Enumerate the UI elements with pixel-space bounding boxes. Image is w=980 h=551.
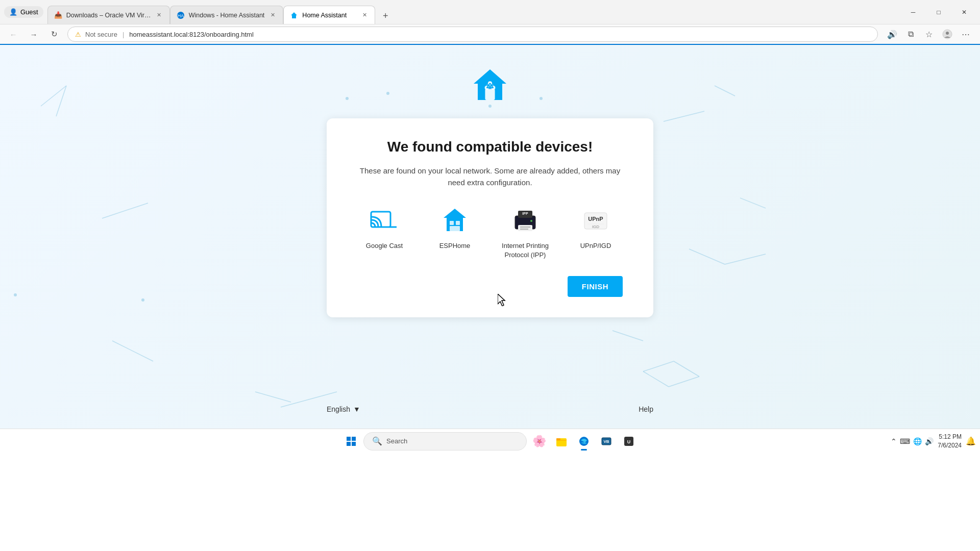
svg-text:IGD: IGD: [592, 224, 599, 229]
tab-downloads-title: Downloads – Oracle VM VirtualB...: [66, 12, 151, 19]
ha-logo: [470, 65, 510, 106]
search-icon: 🔍: [372, 436, 382, 446]
svg-point-22: [141, 298, 144, 302]
svg-line-27: [669, 377, 699, 387]
taskbar-edge[interactable]: [574, 431, 594, 452]
language-label: English: [327, 405, 350, 413]
help-link[interactable]: Help: [639, 405, 653, 413]
taskbar-widget-button[interactable]: 🌸: [529, 431, 549, 452]
new-tab-button[interactable]: +: [377, 8, 394, 24]
finish-row: FINISH: [357, 276, 623, 297]
notification-bell[interactable]: 🔔: [966, 436, 976, 446]
svg-line-12: [725, 254, 766, 264]
svg-rect-43: [450, 226, 460, 231]
tab-ha[interactable]: Home Assistant ✕: [283, 6, 375, 24]
minimize-button[interactable]: ─: [901, 4, 925, 20]
svg-point-15: [346, 97, 349, 100]
svg-line-28: [643, 371, 669, 387]
tab-windows-ha-close[interactable]: ✕: [268, 11, 277, 19]
upnp-name: UPnP/IGD: [580, 241, 611, 251]
svg-point-21: [14, 293, 17, 296]
svg-point-16: [386, 92, 389, 95]
svg-line-13: [255, 392, 291, 402]
device-esphome: ESPHome: [428, 205, 482, 260]
profile-avatar: 👤: [9, 8, 17, 16]
taskbar-right: ⌃ ⌨ 🌐 🔊 5:12 PM 7/6/2024 🔔: [891, 433, 976, 450]
svg-rect-58: [347, 442, 351, 446]
ipp-name: Internet Printing Protocol (IPP): [498, 241, 552, 260]
svg-line-7: [102, 203, 148, 218]
clock-date: 7/6/2024: [938, 441, 962, 450]
more-options-icon[interactable]: ⋯: [958, 26, 974, 42]
svg-line-5: [41, 86, 66, 106]
taskbar-virtualbox[interactable]: VB: [596, 431, 617, 452]
maximize-button[interactable]: □: [927, 4, 950, 20]
back-button[interactable]: ←: [6, 27, 20, 41]
close-button[interactable]: ✕: [952, 4, 976, 20]
esphome-name: ESPHome: [439, 241, 471, 251]
clock-time: 5:12 PM: [938, 433, 962, 441]
tab-downloads[interactable]: 📥 Downloads – Oracle VM VirtualB... ✕: [47, 6, 170, 24]
devices-grid: Google Cast ESPHome: [357, 205, 623, 260]
svg-rect-61: [556, 438, 560, 440]
forward-button[interactable]: →: [27, 27, 41, 41]
card-description: These are found on your local network. S…: [357, 165, 623, 188]
ipp-icon: IPP: [509, 205, 542, 237]
profile-label: Guest: [20, 8, 38, 16]
page-content: We found compatible devices! These are f…: [0, 45, 980, 429]
card-title: We found compatible devices!: [357, 139, 623, 155]
taskbar-search[interactable]: 🔍 Search: [363, 432, 527, 450]
browser-titlebar: 👤 Guest 📥 Downloads – Oracle VM VirtualB…: [0, 0, 980, 24]
tray-volume-icon[interactable]: 🔊: [925, 437, 934, 445]
split-screen-icon[interactable]: ⧉: [902, 26, 919, 42]
read-aloud-icon[interactable]: 🔊: [884, 26, 900, 42]
svg-line-8: [112, 341, 153, 361]
svg-line-11: [689, 249, 725, 264]
svg-text:U: U: [627, 439, 631, 444]
svg-text:VB: VB: [603, 439, 609, 444]
tab-ha-close[interactable]: ✕: [360, 11, 369, 19]
upnp-icon: UPnP IGD: [579, 205, 612, 237]
tab-downloads-close[interactable]: ✕: [155, 11, 163, 19]
svg-line-26: [674, 361, 699, 377]
svg-rect-30: [485, 89, 495, 100]
svg-rect-46: [518, 225, 532, 231]
google-cast-name: Google Cast: [366, 241, 403, 251]
page-footer: English ▼ Help: [327, 405, 653, 413]
search-box-text: Search: [386, 437, 407, 445]
taskbar-unity[interactable]: U: [619, 431, 639, 452]
tray-arrow-icon[interactable]: ⌃: [891, 437, 897, 445]
svg-rect-57: [352, 437, 356, 441]
tab-windows-ha-title: Windows - Home Assistant: [189, 12, 265, 19]
not-secure-label: Not secure: [85, 31, 117, 38]
device-ipp: IPP Internet Printing Protocol (IPP): [498, 205, 552, 260]
svg-point-18: [540, 97, 543, 100]
svg-point-50: [530, 220, 532, 222]
svg-rect-41: [450, 221, 454, 225]
tab-bar: 📥 Downloads – Oracle VM VirtualB... ✕ HA…: [47, 0, 897, 24]
profile-button[interactable]: 👤 Guest: [4, 6, 43, 18]
address-input[interactable]: ⚠ Not secure | homeassistant.local:8123/…: [67, 27, 878, 42]
svg-text:UPnP: UPnP: [588, 216, 603, 222]
favorites-icon[interactable]: ☆: [921, 26, 937, 42]
system-clock[interactable]: 5:12 PM 7/6/2024: [938, 433, 962, 450]
svg-line-9: [664, 111, 704, 121]
tab-windows-ha[interactable]: HA Windows - Home Assistant ✕: [170, 6, 284, 24]
tab-downloads-favicon: 📥: [54, 11, 62, 19]
svg-text:HA: HA: [177, 13, 184, 18]
esphome-icon: [438, 205, 471, 237]
windows-start-button[interactable]: [341, 431, 361, 452]
taskbar-file-explorer[interactable]: [551, 431, 572, 452]
language-selector[interactable]: English ▼: [327, 405, 360, 413]
tray-keyboard-icon[interactable]: ⌨: [900, 437, 910, 445]
svg-point-4: [946, 32, 949, 35]
url-text: homeassistant.local:8123/onboarding.html: [129, 31, 254, 38]
refresh-button[interactable]: ↻: [47, 27, 61, 41]
tab-ha-title: Home Assistant: [302, 12, 356, 19]
svg-rect-59: [352, 442, 356, 446]
tray-network-icon[interactable]: 🌐: [913, 437, 922, 445]
profile-icon[interactable]: [939, 26, 955, 42]
svg-line-25: [643, 361, 674, 371]
svg-rect-56: [347, 437, 351, 441]
finish-button[interactable]: FINISH: [568, 276, 623, 297]
